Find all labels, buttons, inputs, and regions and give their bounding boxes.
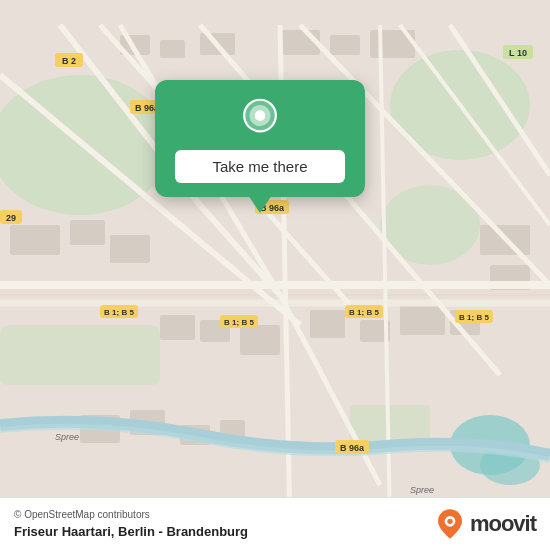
svg-text:Spree: Spree xyxy=(55,432,79,442)
moovit-logo: moovit xyxy=(434,508,536,540)
svg-rect-9 xyxy=(160,40,185,58)
svg-text:B 1; B 5: B 1; B 5 xyxy=(104,308,134,317)
svg-rect-4 xyxy=(0,325,160,385)
svg-text:B 1; B 5: B 1; B 5 xyxy=(224,318,254,327)
svg-text:B 1; B 5: B 1; B 5 xyxy=(459,313,489,322)
svg-text:B 96a: B 96a xyxy=(340,443,365,453)
map-container: B 2 B 96a B 96a B 96a B 1; B 5 B 1; B 5 … xyxy=(0,0,550,550)
svg-point-72 xyxy=(447,519,452,524)
svg-rect-17 xyxy=(160,315,195,340)
svg-point-69 xyxy=(255,110,266,121)
svg-rect-15 xyxy=(70,220,105,245)
svg-rect-16 xyxy=(110,235,150,263)
take-me-there-button[interactable]: Take me there xyxy=(175,150,345,183)
svg-rect-12 xyxy=(330,35,360,55)
moovit-text: moovit xyxy=(470,511,536,537)
svg-rect-20 xyxy=(310,310,345,338)
map-pin-icon xyxy=(238,98,282,142)
svg-rect-19 xyxy=(240,325,280,355)
moovit-icon xyxy=(434,508,466,540)
osm-attribution: © OpenStreetMap contributors xyxy=(14,509,248,520)
svg-text:L 10: L 10 xyxy=(509,48,527,58)
svg-text:29: 29 xyxy=(6,213,16,223)
svg-text:B 1; B 5: B 1; B 5 xyxy=(349,308,379,317)
svg-text:B 2: B 2 xyxy=(62,56,76,66)
svg-rect-22 xyxy=(400,305,445,335)
bottom-left: © OpenStreetMap contributors Friseur Haa… xyxy=(14,509,248,539)
svg-text:Spree: Spree xyxy=(410,485,434,495)
location-name: Friseur Haartari, Berlin - Brandenburg xyxy=(14,524,248,539)
svg-rect-14 xyxy=(10,225,60,255)
location-popup: Take me there xyxy=(155,80,365,197)
bottom-bar: © OpenStreetMap contributors Friseur Haa… xyxy=(0,497,550,550)
